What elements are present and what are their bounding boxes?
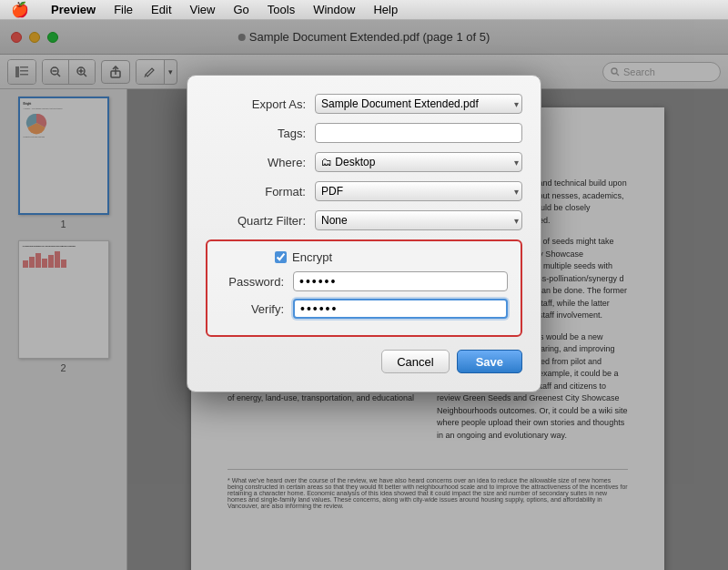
menu-preview[interactable]: Preview	[47, 3, 99, 16]
quartz-select-wrapper[interactable]: None ▾	[315, 210, 522, 230]
export-dialog-overlay: Export As: Sample Document Extended.pdf …	[0, 20, 728, 570]
verify-input[interactable]	[293, 299, 508, 319]
tags-input[interactable]	[315, 123, 522, 143]
menu-go[interactable]: Go	[229, 3, 252, 16]
format-select-wrapper[interactable]: PDF ▾	[315, 181, 522, 201]
where-select[interactable]: 🗂 Desktop	[315, 152, 522, 172]
menu-window[interactable]: Window	[309, 3, 359, 16]
where-select-wrapper[interactable]: 🗂 Desktop ▾	[315, 152, 522, 172]
quartz-select[interactable]: None	[315, 210, 522, 230]
format-select[interactable]: PDF	[315, 181, 522, 201]
format-label: Format:	[206, 185, 315, 198]
password-label: Password:	[220, 275, 293, 289]
encrypt-section: Encrypt Password: Verify:	[206, 239, 522, 337]
menubar: 🍎 Preview File Edit View Go Tools Window…	[0, 0, 728, 20]
where-row: Where: 🗂 Desktop ▾	[206, 152, 522, 172]
menu-tools[interactable]: Tools	[264, 3, 298, 16]
cancel-button[interactable]: Cancel	[381, 350, 449, 373]
encrypt-label: Encrypt	[292, 250, 332, 264]
menu-view[interactable]: View	[187, 3, 219, 16]
dialog-buttons: Cancel Save	[206, 350, 522, 373]
verify-row: Verify:	[220, 299, 508, 319]
export-as-row: Export As: Sample Document Extended.pdf …	[206, 94, 522, 114]
export-as-label: Export As:	[206, 97, 315, 111]
menu-help[interactable]: Help	[369, 3, 401, 16]
tags-label: Tags:	[206, 127, 315, 140]
encrypt-checkbox[interactable]	[275, 251, 287, 263]
tags-row: Tags:	[206, 123, 522, 143]
export-dialog: Export As: Sample Document Extended.pdf …	[187, 75, 541, 392]
apple-menu[interactable]: 🍎	[7, 1, 33, 18]
menu-file[interactable]: File	[110, 3, 136, 16]
where-label: Where:	[206, 156, 315, 169]
quartz-label: Quartz Filter:	[206, 214, 315, 228]
quartz-row: Quartz Filter: None ▾	[206, 210, 522, 230]
password-input[interactable]	[293, 271, 508, 291]
menu-edit[interactable]: Edit	[147, 3, 175, 16]
export-as-select[interactable]: Sample Document Extended.pdf	[315, 94, 522, 114]
password-row: Password:	[220, 271, 508, 291]
encrypt-check-row: Encrypt	[220, 250, 508, 264]
preview-window: Sample Document Extended.pdf (page 1 of …	[0, 20, 728, 570]
verify-label: Verify:	[220, 302, 293, 316]
export-as-select-wrapper[interactable]: Sample Document Extended.pdf ▾	[315, 94, 522, 114]
save-button[interactable]: Save	[457, 350, 522, 373]
format-row: Format: PDF ▾	[206, 181, 522, 201]
